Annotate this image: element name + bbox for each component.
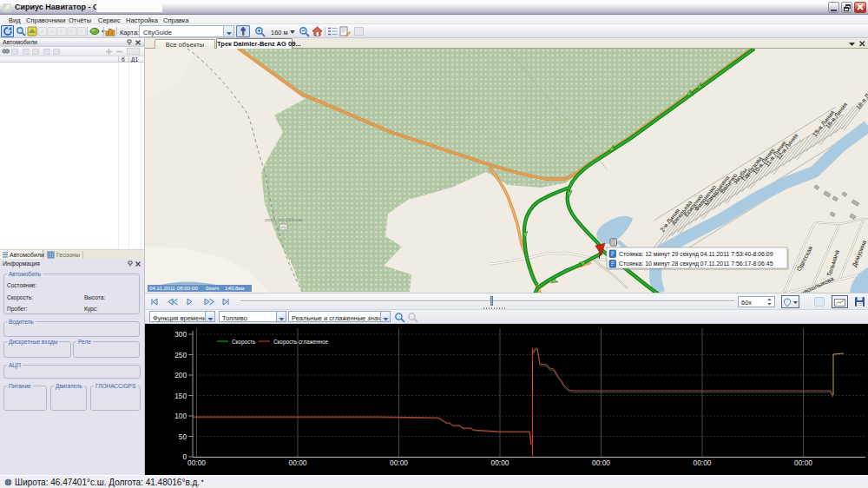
svg-text:50: 50 (179, 432, 187, 441)
svg-text:00:00: 00:00 (592, 458, 610, 467)
svg-text:140.8км: 140.8км (225, 285, 244, 291)
svg-text:00:00: 00:00 (187, 458, 206, 467)
svg-text:00:00: 00:00 (390, 458, 408, 467)
svg-text:Скорость сглаженное: Скорость сглаженное (273, 339, 329, 346)
svg-text:250: 250 (174, 351, 187, 359)
svg-text:04.11.2011 08:00:00: 04.11.2011 08:00:00 (149, 285, 198, 291)
svg-text:300: 300 (174, 330, 187, 339)
svg-text:0: 0 (182, 452, 187, 461)
svg-text:00:00: 00:00 (694, 458, 712, 467)
svg-text:Скорость: Скорость (232, 339, 256, 346)
svg-text:00:00: 00:00 (491, 458, 510, 467)
svg-text:150: 150 (174, 392, 187, 400)
svg-text:0км/ч: 0км/ч (206, 285, 219, 291)
svg-text:Стоянка: 12 минут 29 секунд 04: Стоянка: 12 минут 29 секунд 04.11.2011 7… (619, 251, 773, 258)
svg-text:Стоянка: 10 минут 28 секунд 07: Стоянка: 10 минут 28 секунд 07.11.2011 7… (619, 260, 773, 267)
svg-text:100: 100 (174, 412, 187, 420)
svg-text:200: 200 (174, 371, 187, 379)
svg-text:00:00: 00:00 (289, 458, 307, 467)
svg-text:ост. пл.169 км: ост. пл.169 км (265, 216, 303, 222)
svg-text:00:00: 00:00 (794, 458, 812, 467)
